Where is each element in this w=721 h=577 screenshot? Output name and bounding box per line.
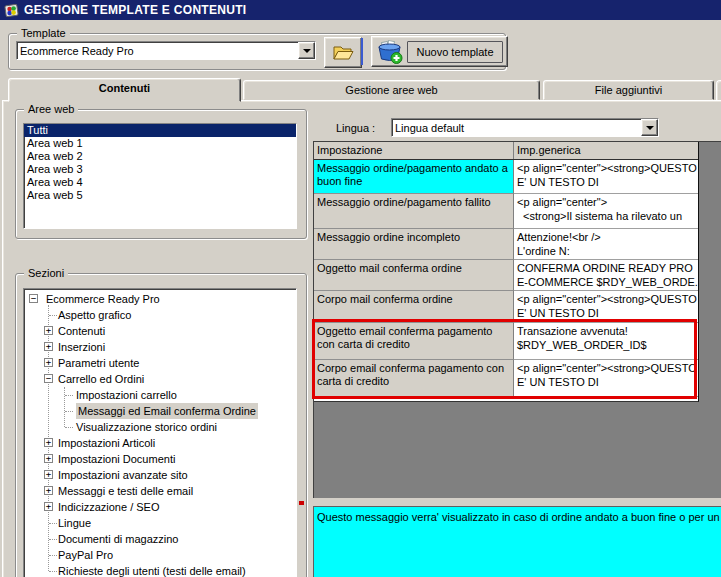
tree-item-contenuti[interactable]: +Contenuti — [24, 323, 296, 339]
list-item-area-web-3[interactable]: Area web 3 — [24, 163, 296, 176]
setting-value-line: CONFERMA ORDINE READY PRO — [517, 261, 698, 275]
sezioni-tree[interactable]: −Ecommerce Ready ProAspetto grafico+Cont… — [23, 288, 297, 577]
tree-leaf-connector — [65, 411, 73, 412]
column-header-impostazione: Impostazione — [314, 142, 514, 159]
tree-item-parametri-utente[interactable]: +Parametri utente — [24, 355, 296, 371]
plus-box-icon[interactable]: + — [44, 438, 53, 447]
minus-box-icon[interactable]: − — [29, 294, 38, 303]
list-item-tutti[interactable]: Tutti — [24, 124, 296, 137]
plus-box-icon[interactable]: + — [44, 454, 53, 463]
tree-item-carrello-ed-ordini[interactable]: −Carrello ed Ordini — [24, 371, 296, 387]
lingua-combobox-dropdown-button[interactable] — [641, 119, 658, 136]
setting-name-cell[interactable]: Oggetto email conferma pagamento con car… — [314, 323, 514, 360]
tree-item-indicizzazione-seo[interactable]: +Indicizzazione / SEO — [24, 499, 296, 515]
setting-name-cell[interactable]: Corpo email conferma pagamento con carta… — [314, 360, 514, 397]
setting-value-line: <strong>Il sistema ha rilevato un — [517, 209, 698, 223]
chevron-down-icon — [303, 49, 311, 53]
template-group-label: Template — [17, 27, 70, 40]
setting-value-cell[interactable]: <p align="center"><strong>QUESTOE' UN TE… — [514, 360, 698, 397]
table-row-oggetto-email-conferma-pagamento-con-carta-di-credito[interactable]: Oggetto email conferma pagamento con car… — [314, 323, 698, 360]
lingua-combobox-value: Lingua default — [392, 122, 641, 134]
tree-item-label: Richieste degli utenti (testi delle emai… — [58, 563, 246, 577]
tree-item-aspetto-grafico[interactable]: Aspetto grafico — [24, 307, 296, 323]
tree-item-messaggi-e-testi-delle-email[interactable]: +Messaggi e testi delle email — [24, 483, 296, 499]
template-combobox-dropdown-button[interactable] — [298, 42, 315, 59]
setting-value-cell[interactable]: <p align="center"><strong>QUESTOE' UN TE… — [514, 291, 698, 323]
setting-value-cell[interactable]: <p align="center"><strong>QUESTOE' UN TE… — [514, 160, 698, 194]
setting-value-line: E' UN TESTO DI — [517, 375, 698, 389]
tree-item-label: Indicizzazione / SEO — [58, 499, 160, 515]
tab-overflow-sliver[interactable] — [716, 80, 721, 102]
plus-box-icon[interactable]: + — [44, 486, 53, 495]
tree-item-messaggi-ed-email-conferma-ordine[interactable]: Messaggi ed Email conferma Ordine — [24, 403, 296, 419]
divider — [361, 38, 363, 65]
table-row-messaggio-ordine-incompleto[interactable]: Messaggio ordine incompletoAttenzione!<b… — [314, 229, 698, 260]
tree-item-impostazioni-documenti[interactable]: +Impostazioni Documenti — [24, 451, 296, 467]
tree-item-ecommerce-ready-pro[interactable]: −Ecommerce Ready Pro — [24, 291, 296, 307]
tree-item-visualizzazione-storico-ordini[interactable]: Visualizzazione storico ordini — [24, 419, 296, 435]
tree-item-label: Inserzioni — [58, 339, 105, 355]
plus-box-icon[interactable]: + — [44, 502, 53, 511]
tab-file-aggiuntivi[interactable]: File aggiuntivi — [543, 80, 714, 100]
tree-item-label: Parametri utente — [58, 355, 139, 371]
tab-page-contenuti: Aree web TuttiArea web 1Area web 2Area w… — [2, 100, 721, 577]
list-item-area-web-1[interactable]: Area web 1 — [24, 137, 296, 150]
setting-name-cell[interactable]: Corpo mail conferma ordine — [314, 291, 514, 323]
app-icon — [4, 3, 19, 18]
tree-item-label: Lingue — [58, 515, 91, 531]
tree-item-lingue[interactable]: Lingue — [24, 515, 296, 531]
setting-name-cell[interactable]: Messaggio ordine/pagamento andato a buon… — [314, 160, 514, 194]
setting-value-cell[interactable]: <p align="center"> <strong>Il sistema ha… — [514, 194, 698, 229]
info-panel-text: Questo messaggio verra' visualizzato in … — [317, 511, 721, 523]
list-item-area-web-5[interactable]: Area web 5 — [24, 189, 296, 202]
tree-leaf-connector — [49, 523, 57, 524]
tree-item-label: Messaggi ed Email conferma Ordine — [76, 403, 258, 419]
lingua-combobox[interactable]: Lingua default — [391, 118, 659, 137]
settings-grid[interactable]: Impostazione Imp.generica Messaggio ordi… — [314, 142, 699, 402]
table-row-corpo-email-conferma-pagamento-con-carta-di-credito[interactable]: Corpo email conferma pagamento con carta… — [314, 360, 698, 397]
open-template-button[interactable] — [324, 37, 362, 68]
tab-gestione-aree-web[interactable]: Gestione aree web — [243, 80, 540, 100]
settings-grid-container: Impostazione Imp.generica Messaggio ordi… — [313, 141, 721, 498]
plus-box-icon[interactable]: + — [44, 470, 53, 479]
setting-value-line: $RDY_WEB_ORDER_ID$ — [517, 338, 698, 352]
tree-item-impostazioni-carrello[interactable]: Impostazioni carrello — [24, 387, 296, 403]
tree-item-label: Ecommerce Ready Pro — [46, 291, 160, 307]
aree-web-listbox[interactable]: TuttiArea web 1Area web 2Area web 3Area … — [23, 123, 297, 229]
list-item-area-web-2[interactable]: Area web 2 — [24, 150, 296, 163]
setting-value-line: E' UN TESTO DI — [517, 306, 698, 320]
plus-box-icon[interactable]: + — [44, 358, 53, 367]
tree-item-documenti-di-magazzino[interactable]: Documenti di magazzino — [24, 531, 296, 547]
tree-item-richieste-degli-utenti-testi-delle-email[interactable]: Richieste degli utenti (testi delle emai… — [24, 563, 296, 577]
template-combobox[interactable]: Ecommerce Ready Pro — [16, 41, 316, 60]
setting-name-cell[interactable]: Oggetto mail conferma ordine — [314, 260, 514, 291]
tree-item-label: Documenti di magazzino — [58, 531, 178, 547]
settings-grid-rows: Messaggio ordine/pagamento andato a buon… — [314, 160, 698, 397]
list-item-area-web-4[interactable]: Area web 4 — [24, 176, 296, 189]
tree-item-paypal-pro[interactable]: PayPal Pro — [24, 547, 296, 563]
setting-value-cell[interactable]: Attenzione!<br />L'ordine N: — [514, 229, 698, 260]
setting-value-line: E-COMMERCE $RDY_WEB_ORDE... — [517, 275, 698, 289]
setting-name-cell[interactable]: Messaggio ordine incompleto — [314, 229, 514, 260]
plus-box-icon[interactable]: + — [44, 342, 53, 351]
setting-value-cell[interactable]: CONFERMA ORDINE READY PROE-COMMERCE $RDY… — [514, 260, 698, 291]
sezioni-group-label: Sezioni — [24, 267, 68, 280]
tree-leaf-connector — [49, 315, 57, 316]
table-row-corpo-mail-conferma-ordine[interactable]: Corpo mail conferma ordine<p align="cent… — [314, 291, 698, 323]
tree-item-inserzioni[interactable]: +Inserzioni — [24, 339, 296, 355]
info-panel: Questo messaggio verra' visualizzato in … — [313, 506, 721, 577]
table-row-messaggio-ordine-pagamento-fallito[interactable]: Messaggio ordine/pagamento fallito<p ali… — [314, 194, 698, 229]
tree-item-label: Contenuti — [58, 323, 105, 339]
new-template-button[interactable]: Nuovo template — [371, 36, 508, 67]
aree-web-group-label: Aree web — [24, 103, 78, 116]
setting-value-cell[interactable]: Transazione avvenuta!$RDY_WEB_ORDER_ID$ — [514, 323, 698, 360]
plus-box-icon[interactable]: + — [44, 326, 53, 335]
table-row-oggetto-mail-conferma-ordine[interactable]: Oggetto mail conferma ordineCONFERMA ORD… — [314, 260, 698, 291]
tab-contenuti[interactable]: Contenuti — [8, 78, 241, 102]
setting-name-cell[interactable]: Messaggio ordine/pagamento fallito — [314, 194, 514, 229]
minus-box-icon[interactable]: − — [44, 374, 53, 383]
table-row-messaggio-ordine-pagamento-andato-a-buon-fine[interactable]: Messaggio ordine/pagamento andato a buon… — [314, 160, 698, 194]
tree-item-impostazioni-avanzate-sito[interactable]: +Impostazioni avanzate sito — [24, 467, 296, 483]
new-template-button-label: Nuovo template — [407, 41, 503, 63]
tree-item-impostazioni-articoli[interactable]: +Impostazioni Articoli — [24, 435, 296, 451]
